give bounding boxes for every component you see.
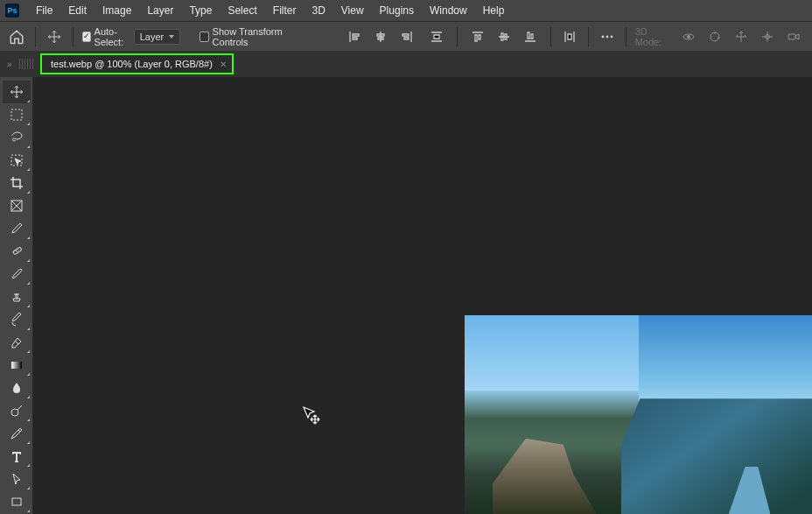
canvas-area[interactable] bbox=[33, 77, 812, 514]
svg-rect-7 bbox=[788, 34, 795, 39]
menu-view[interactable]: View bbox=[333, 0, 372, 21]
svg-point-2 bbox=[610, 35, 612, 38]
tool-path-select[interactable] bbox=[3, 468, 31, 490]
3d-orbit-icon[interactable] bbox=[677, 25, 700, 48]
tool-brush[interactable] bbox=[3, 263, 31, 285]
show-transform-label: Show Transform Controls bbox=[213, 26, 304, 47]
menu-plugins[interactable]: Plugins bbox=[372, 0, 422, 21]
3d-mode-group bbox=[677, 25, 805, 48]
svg-point-13 bbox=[11, 409, 18, 416]
align-group-horizontal bbox=[343, 25, 418, 48]
close-tab-icon[interactable]: ✕ bbox=[220, 60, 227, 69]
tool-marquee[interactable] bbox=[3, 103, 31, 126]
auto-select-scope-dropdown[interactable]: Layer bbox=[134, 29, 181, 45]
home-button[interactable] bbox=[7, 25, 26, 48]
app-logo: Ps bbox=[5, 4, 19, 18]
3d-roll-icon[interactable] bbox=[704, 25, 726, 48]
menu-bar: Ps File Edit Image Layer Type Select Fil… bbox=[0, 0, 812, 21]
menu-edit[interactable]: Edit bbox=[60, 0, 94, 21]
ruler-guide-icon bbox=[19, 59, 35, 69]
tool-crop[interactable] bbox=[3, 172, 31, 194]
align-hcenter-icon[interactable] bbox=[369, 25, 392, 48]
svg-rect-8 bbox=[11, 109, 22, 120]
separator bbox=[73, 27, 74, 46]
panel-collapse-icon[interactable]: » bbox=[7, 60, 19, 69]
workspace bbox=[0, 77, 812, 514]
svg-rect-14 bbox=[12, 498, 21, 505]
tool-move[interactable] bbox=[3, 81, 31, 103]
document-tab-label: test.webp @ 100% (Layer 0, RGB/8#) bbox=[51, 59, 213, 69]
align-top-icon[interactable] bbox=[466, 25, 489, 48]
auto-select-option[interactable]: Auto-Select: Layer bbox=[82, 26, 181, 47]
svg-point-1 bbox=[606, 35, 608, 38]
menu-3d[interactable]: 3D bbox=[304, 0, 332, 21]
svg-point-4 bbox=[687, 35, 690, 38]
tool-rectangle[interactable] bbox=[3, 490, 31, 513]
auto-select-label: Auto-Select: bbox=[94, 26, 130, 47]
separator bbox=[550, 27, 551, 46]
align-right-icon[interactable] bbox=[396, 25, 418, 48]
tool-frame[interactable] bbox=[3, 194, 31, 217]
document-tab-row: » test.webp @ 100% (Layer 0, RGB/8#) ✕ bbox=[0, 51, 812, 77]
svg-point-0 bbox=[601, 35, 604, 38]
tool-healing[interactable] bbox=[3, 240, 31, 263]
3d-mode-label: 3D Mode: bbox=[635, 26, 670, 47]
menu-type[interactable]: Type bbox=[181, 0, 220, 21]
menu-image[interactable]: Image bbox=[94, 0, 139, 21]
align-group-vertical bbox=[466, 25, 542, 48]
tool-lasso[interactable] bbox=[3, 126, 31, 149]
svg-rect-11 bbox=[12, 247, 21, 255]
align-left-icon[interactable] bbox=[343, 25, 366, 48]
tool-object-select[interactable] bbox=[3, 149, 31, 172]
move-tool-icon[interactable] bbox=[45, 25, 64, 48]
tool-clone[interactable] bbox=[3, 285, 31, 308]
more-options-icon[interactable] bbox=[598, 25, 617, 48]
separator bbox=[35, 27, 36, 46]
tools-panel bbox=[0, 77, 33, 514]
separator bbox=[457, 27, 458, 46]
distribute-h-icon[interactable] bbox=[425, 25, 448, 48]
tool-history-brush[interactable] bbox=[3, 308, 31, 331]
align-vcenter-icon[interactable] bbox=[493, 25, 515, 48]
document-tab[interactable]: test.webp @ 100% (Layer 0, RGB/8#) ✕ bbox=[40, 53, 234, 74]
menu-help[interactable]: Help bbox=[475, 0, 513, 21]
tool-eyedropper[interactable] bbox=[3, 217, 31, 240]
distribute-group-h bbox=[425, 25, 448, 48]
tool-eraser[interactable] bbox=[3, 331, 31, 354]
options-bar: Auto-Select: Layer Show Transform Contro… bbox=[0, 21, 812, 51]
svg-rect-12 bbox=[11, 362, 22, 369]
auto-select-checkbox[interactable] bbox=[82, 32, 91, 42]
3d-pan-icon[interactable] bbox=[730, 25, 752, 48]
menu-layer[interactable]: Layer bbox=[139, 0, 181, 21]
tool-gradient[interactable] bbox=[3, 354, 31, 377]
tool-dodge[interactable] bbox=[3, 399, 31, 422]
menu-filter[interactable]: Filter bbox=[265, 0, 304, 21]
tool-pen[interactable] bbox=[3, 422, 31, 445]
separator bbox=[626, 27, 626, 46]
tool-blur[interactable] bbox=[3, 377, 31, 399]
menu-file[interactable]: File bbox=[28, 0, 60, 21]
show-transform-option[interactable]: Show Transform Controls bbox=[200, 26, 303, 47]
show-transform-checkbox[interactable] bbox=[200, 32, 208, 42]
tool-type[interactable] bbox=[3, 445, 31, 468]
menu-select[interactable]: Select bbox=[220, 0, 264, 21]
distribute-v-icon[interactable] bbox=[560, 25, 579, 48]
document-image[interactable] bbox=[465, 315, 812, 514]
align-bottom-icon[interactable] bbox=[519, 25, 542, 48]
menu-window[interactable]: Window bbox=[422, 0, 475, 21]
3d-camera-icon[interactable] bbox=[782, 25, 805, 48]
3d-slide-icon[interactable] bbox=[756, 25, 779, 48]
separator bbox=[588, 27, 589, 46]
